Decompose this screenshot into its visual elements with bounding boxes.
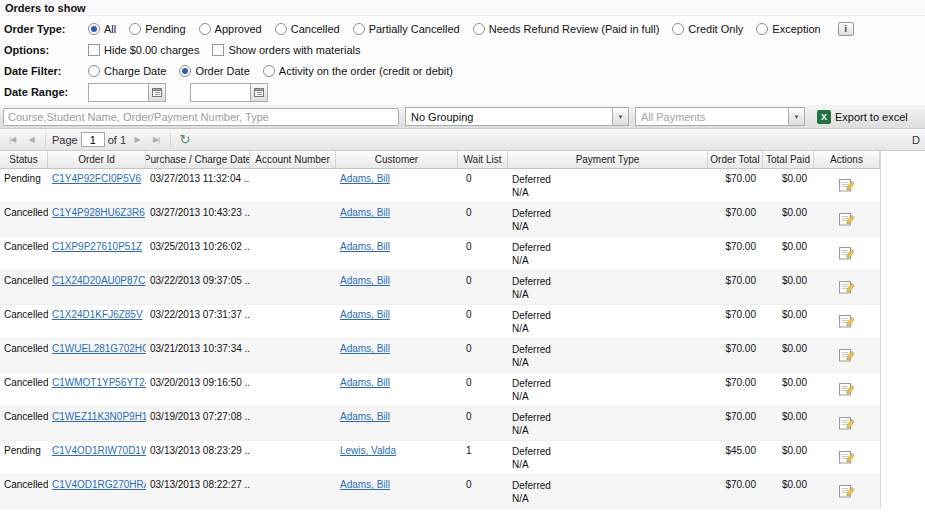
column-header-account-number[interactable]: Account Number bbox=[250, 151, 336, 168]
payment-status-line: N/A bbox=[512, 424, 704, 437]
payments-select[interactable]: All Payments ▼ bbox=[635, 107, 805, 126]
status-cell: Cancelled bbox=[0, 407, 48, 440]
order-id-link[interactable]: C1Y4P928HU6Z3R6 bbox=[52, 207, 145, 218]
status-cell: Pending bbox=[0, 169, 48, 202]
payment-status-line: N/A bbox=[512, 186, 704, 199]
customer-link[interactable]: Adams, Bill bbox=[340, 479, 390, 490]
edit-note-icon[interactable] bbox=[839, 450, 855, 474]
actions-cell bbox=[814, 237, 880, 270]
payment-status-line: N/A bbox=[512, 390, 704, 403]
customer-link[interactable]: Adams, Bill bbox=[340, 377, 390, 388]
column-header-payment-type[interactable]: Payment Type bbox=[508, 151, 708, 168]
date-filter-options: Charge DateOrder DateActivity on the ord… bbox=[88, 65, 466, 77]
edit-note-icon[interactable] bbox=[839, 348, 855, 372]
info-icon[interactable]: i bbox=[838, 22, 854, 36]
customer-link[interactable]: Adams, Bill bbox=[340, 241, 390, 252]
order-id-link[interactable]: C1WEZ11K3N0P9H1 bbox=[52, 411, 146, 422]
checkbox-option-hide-0-00-charges[interactable]: Hide $0.00 charges bbox=[88, 44, 199, 56]
order-id-link[interactable]: C1V4OD1RIW70D1W bbox=[52, 445, 146, 456]
date-from-field bbox=[88, 83, 166, 102]
customer-link[interactable]: Adams, Bill bbox=[340, 343, 390, 354]
payment-type-cell: DeferredN/A bbox=[508, 339, 708, 372]
wait-list-cell: 1 bbox=[458, 441, 508, 474]
edit-note-icon[interactable] bbox=[839, 178, 855, 202]
customer-link[interactable]: Adams, Bill bbox=[340, 411, 390, 422]
column-header-order-total[interactable]: Order Total bbox=[708, 151, 763, 168]
date-to-input[interactable] bbox=[191, 84, 250, 101]
column-header-wait-list[interactable]: Wait List bbox=[458, 151, 508, 168]
status-cell: Cancelled bbox=[0, 305, 48, 338]
radio-option-activity-on-the-order-credit-or-debit[interactable]: Activity on the order (credit or debit) bbox=[263, 65, 453, 77]
checkbox-option-show-orders-with-materials[interactable]: Show orders with materials bbox=[212, 44, 360, 56]
order-id-link[interactable]: C1X24D1KFJ6Z85V bbox=[52, 309, 143, 320]
order-type-row: Order Type: AllPendingApprovedCancelledP… bbox=[4, 19, 921, 39]
refresh-icon[interactable]: ↻ bbox=[177, 132, 193, 148]
customer-link[interactable]: Adams, Bill bbox=[340, 207, 390, 218]
radio-option-pending[interactable]: Pending bbox=[129, 23, 185, 35]
radio-option-all[interactable]: All bbox=[88, 23, 116, 35]
first-page-button[interactable]: |◀ bbox=[4, 132, 20, 148]
search-input[interactable] bbox=[3, 108, 399, 126]
radio-option-needs-refund-review-paid-in-full[interactable]: Needs Refund Review (Paid in full) bbox=[473, 23, 660, 35]
edit-note-icon[interactable] bbox=[839, 314, 855, 338]
customer-link[interactable]: Adams, Bill bbox=[340, 173, 390, 184]
page-title: Orders to show bbox=[0, 0, 925, 16]
customer-link[interactable]: Adams, Bill bbox=[340, 309, 390, 320]
radio-option-order-date[interactable]: Order Date bbox=[179, 65, 249, 77]
radio-option-credit-only[interactable]: Credit Only bbox=[672, 23, 743, 35]
pager-divider bbox=[170, 133, 171, 147]
column-header-purchase-charge-date[interactable]: Purchase / Charge Date bbox=[146, 151, 250, 168]
page-number-input[interactable] bbox=[81, 132, 105, 147]
customer-link[interactable]: Adams, Bill bbox=[340, 275, 390, 286]
radio-option-exception[interactable]: Exception bbox=[756, 23, 820, 35]
orders-grid: StatusOrder IdPurchase / Charge DateAcco… bbox=[0, 151, 881, 509]
column-header-status[interactable]: Status bbox=[0, 151, 48, 168]
order-id-cell: C1X24D20AU0P87C bbox=[48, 271, 146, 304]
column-header-order-id[interactable]: Order Id bbox=[48, 151, 146, 168]
last-page-button[interactable]: ▶| bbox=[148, 132, 164, 148]
previous-page-button[interactable]: ◀ bbox=[23, 132, 39, 148]
radio-icon bbox=[353, 23, 365, 35]
radio-option-approved[interactable]: Approved bbox=[199, 23, 262, 35]
purchase-date-cell: 03/13/2013 08:22:27 ... bbox=[146, 475, 250, 508]
order-id-link[interactable]: C1X24D20AU0P87C bbox=[52, 275, 145, 286]
payment-status-line: N/A bbox=[512, 492, 704, 505]
edit-note-icon[interactable] bbox=[839, 484, 855, 508]
date-from-input[interactable] bbox=[89, 84, 148, 101]
customer-cell: Adams, Bill bbox=[336, 169, 458, 202]
edit-note-icon[interactable] bbox=[839, 416, 855, 440]
next-page-button[interactable]: ▶ bbox=[129, 132, 145, 148]
order-id-cell: C1WUEL281G702HG bbox=[48, 339, 146, 372]
order-id-link[interactable]: C1XP9P27610P51Z bbox=[52, 241, 142, 252]
grouping-select[interactable]: No Grouping ▼ bbox=[405, 107, 629, 126]
table-row: CancelledC1V4OD1RG270HRA03/13/2013 08:22… bbox=[0, 475, 880, 509]
payment-type-line: Deferred bbox=[512, 377, 704, 390]
column-header-customer[interactable]: Customer bbox=[336, 151, 458, 168]
edit-note-icon[interactable] bbox=[839, 212, 855, 236]
customer-link[interactable]: Lewis, Valda bbox=[340, 445, 396, 456]
order-id-link[interactable]: C1Y4P92FCI0P5V6 bbox=[52, 173, 141, 184]
edit-note-icon[interactable] bbox=[839, 280, 855, 304]
order-total-cell: $70.00 bbox=[708, 203, 763, 236]
edit-note-icon[interactable] bbox=[839, 382, 855, 406]
radio-option-partially-cancelled[interactable]: Partially Cancelled bbox=[353, 23, 460, 35]
order-id-link[interactable]: C1V4OD1RG270HRA bbox=[52, 479, 146, 490]
calendar-icon[interactable] bbox=[148, 84, 165, 101]
calendar-icon[interactable] bbox=[250, 84, 267, 101]
payment-type-line: Deferred bbox=[512, 411, 704, 424]
edit-note-icon[interactable] bbox=[839, 246, 855, 270]
radio-option-charge-date[interactable]: Charge Date bbox=[88, 65, 166, 77]
order-id-link[interactable]: C1WUEL281G702HG bbox=[52, 343, 146, 354]
order-id-cell: C1Y4P92FCI0P5V6 bbox=[48, 169, 146, 202]
order-id-link[interactable]: C1WMOT1YP56YT24 bbox=[52, 377, 146, 388]
account-number-cell bbox=[250, 203, 336, 236]
status-cell: Cancelled bbox=[0, 237, 48, 270]
order-total-cell: $45.00 bbox=[708, 441, 763, 474]
column-header-actions[interactable]: Actions bbox=[814, 151, 880, 168]
radio-label: All bbox=[104, 23, 116, 35]
account-number-cell bbox=[250, 475, 336, 508]
table-row: CancelledC1WMOT1YP56YT2403/20/2013 09:16… bbox=[0, 373, 880, 407]
column-header-total-paid[interactable]: Total Paid bbox=[763, 151, 814, 168]
export-to-excel-button[interactable]: X Export to excel bbox=[817, 110, 908, 124]
radio-option-cancelled[interactable]: Cancelled bbox=[275, 23, 340, 35]
